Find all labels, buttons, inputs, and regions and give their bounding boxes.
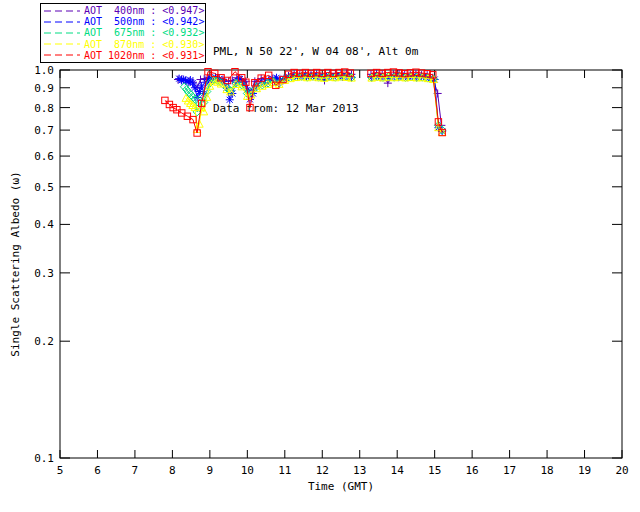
x-tick-label: 9 — [207, 464, 214, 477]
marker-asterisk — [191, 84, 199, 92]
y-tick-label: 0.9 — [34, 82, 54, 95]
x-tick-label: 7 — [132, 464, 139, 477]
y-tick-label: 0.3 — [34, 267, 54, 280]
x-tick-label: 8 — [169, 464, 176, 477]
x-axis-title: Time (GMT) — [308, 480, 374, 493]
x-tick-label: 17 — [503, 464, 516, 477]
plot-frame — [60, 70, 622, 458]
y-tick-label: 0.5 — [34, 181, 54, 194]
y-tick-label: 0.8 — [34, 102, 54, 115]
x-tick-label: 5 — [57, 464, 64, 477]
axis-tick-labels: 5678910111213141516171819201.00.90.80.70… — [34, 64, 629, 477]
y-tick-label: 0.2 — [34, 335, 54, 348]
data-series — [162, 68, 446, 136]
y-tick-label: 0.4 — [34, 218, 54, 231]
x-tick-label: 11 — [278, 464, 291, 477]
axis-ticks — [60, 70, 622, 458]
y-tick-label: 0.6 — [34, 150, 54, 163]
y-axis-title: Single Scattering Albedo (ω) — [9, 171, 22, 356]
x-tick-label: 19 — [578, 464, 591, 477]
x-tick-label: 10 — [241, 464, 254, 477]
y-tick-label: 0.7 — [34, 124, 54, 137]
x-tick-label: 14 — [391, 464, 405, 477]
x-tick-label: 16 — [466, 464, 479, 477]
plot-page: AOT 400nm : <0.947>AOT 500nm : <0.942>AO… — [0, 0, 640, 512]
x-tick-label: 15 — [428, 464, 441, 477]
chart-canvas: 5678910111213141516171819201.00.90.80.70… — [0, 0, 640, 512]
y-tick-label: 1.0 — [34, 64, 54, 77]
x-tick-label: 20 — [615, 464, 628, 477]
x-tick-label: 6 — [94, 464, 101, 477]
x-tick-label: 18 — [540, 464, 553, 477]
x-tick-label: 12 — [316, 464, 329, 477]
x-tick-label: 13 — [353, 464, 366, 477]
y-tick-label: 0.1 — [34, 452, 54, 465]
